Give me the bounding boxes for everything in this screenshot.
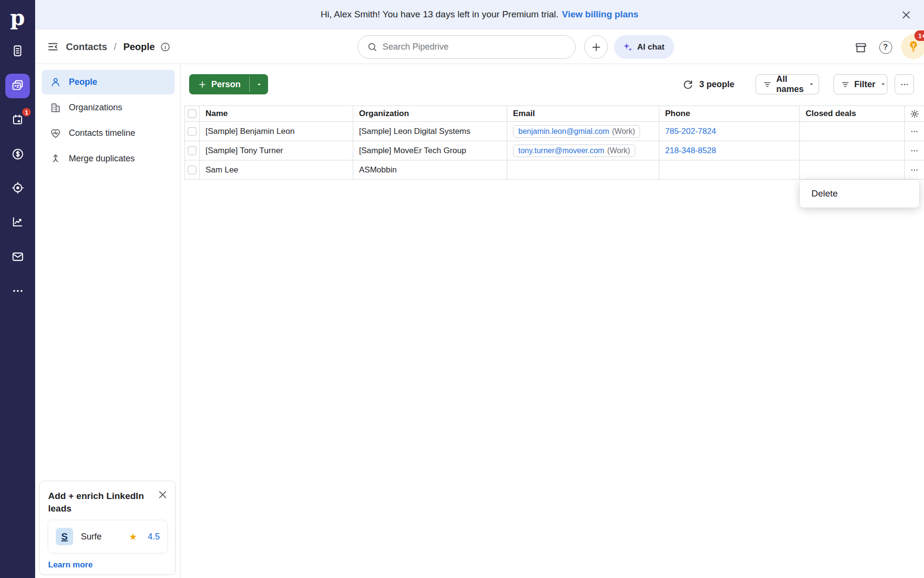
pipedrive-logo: p <box>0 4 35 31</box>
documents-icon <box>11 44 24 57</box>
contacts-icon <box>11 79 25 93</box>
view-selector-button[interactable]: All names <box>756 74 819 94</box>
merge-icon <box>50 153 62 165</box>
nav-item-label: Contacts timeline <box>69 128 135 138</box>
add-person-dropdown[interactable] <box>250 74 268 94</box>
view-billing-plans-link[interactable]: View billing plans <box>562 9 639 20</box>
email-cell-empty <box>507 160 659 179</box>
person-organization[interactable]: [Sample] Leon Digital Systems <box>353 122 507 141</box>
phone-cell-empty <box>659 160 799 179</box>
list-more-actions-button[interactable] <box>895 74 914 94</box>
organizations-icon <box>50 102 62 114</box>
promo-card: Add + enrich LinkedIn leads S Surfe ★ 4.… <box>39 481 176 575</box>
row-actions-ellipsis-icon[interactable] <box>910 146 919 155</box>
sidebar-item-contacts[interactable] <box>5 74 30 98</box>
trial-message: Hi, Alex Smith! You have 13 days left in… <box>321 9 558 20</box>
breadcrumb-section[interactable]: Contacts <box>66 41 107 53</box>
collapse-menu-icon[interactable] <box>47 40 59 53</box>
column-header-phone[interactable]: Phone <box>659 106 799 121</box>
people-list-view: Person 3 people All names Filter <box>180 64 924 578</box>
phone-link[interactable]: 785-202-7824 <box>665 127 716 136</box>
closed-deals-cell <box>799 141 904 160</box>
table-row[interactable]: [Sample] Benjamin Leon [Sample] Leon Dig… <box>185 122 924 141</box>
sidebar-item-more[interactable] <box>8 281 27 301</box>
sidebar-item-deals[interactable] <box>8 144 27 164</box>
plus-icon <box>198 80 207 89</box>
add-person-label: Person <box>211 79 241 90</box>
email-link[interactable]: benjamin.leon@gmial.com <box>518 127 609 136</box>
caret-down-icon <box>808 81 815 88</box>
person-organization[interactable]: [Sample] MoveEr Tech Group <box>353 141 507 160</box>
sidebar-item-organizations[interactable]: Organizations <box>42 95 175 120</box>
filter-lines-icon <box>763 80 772 89</box>
promo-app-row[interactable]: S Surfe ★ 4.5 <box>48 520 168 553</box>
breadcrumb-separator: / <box>114 41 117 53</box>
column-header-organization[interactable]: Organization <box>353 106 507 121</box>
person-icon <box>50 76 62 88</box>
add-person-button[interactable]: Person <box>189 74 268 94</box>
nav-item-label: Merge duplicates <box>69 154 135 164</box>
notification-badge: 1+ <box>914 30 924 41</box>
person-name[interactable]: [Sample] Tony Turner <box>199 141 353 160</box>
sidebar-item-documents[interactable] <box>8 41 27 61</box>
sidebar-item-people[interactable]: People <box>42 70 175 94</box>
learn-more-link[interactable]: Learn more <box>48 560 93 570</box>
info-icon[interactable] <box>160 41 171 53</box>
table-row[interactable]: [Sample] Tony Turner [Sample] MoveEr Tec… <box>185 141 924 160</box>
column-header-name[interactable]: Name <box>199 106 353 121</box>
ai-chat-button[interactable]: AI chat <box>614 35 674 59</box>
email-type-label: (Work) <box>612 127 635 136</box>
quick-add-button[interactable] <box>584 35 608 59</box>
filter-button[interactable]: Filter <box>834 74 887 94</box>
phone-link[interactable]: 218-348-8528 <box>665 146 716 156</box>
help-icon: ? <box>879 41 892 54</box>
deals-icon <box>11 147 25 161</box>
select-all-checkbox[interactable] <box>188 109 196 118</box>
promo-app-name: Surfe <box>81 532 121 542</box>
people-count: 3 people <box>699 79 734 90</box>
sidebar-item-contacts-timeline[interactable]: Contacts timeline <box>42 121 175 145</box>
help-button[interactable]: ? <box>877 39 894 55</box>
more-dots-icon <box>12 285 24 297</box>
close-icon <box>157 489 168 500</box>
list-summary: 3 people <box>682 74 734 94</box>
search-icon <box>367 41 378 53</box>
sidebar-item-leads[interactable] <box>8 178 27 197</box>
breadcrumb: Contacts / People <box>47 29 171 64</box>
storefront-icon <box>854 41 867 54</box>
column-header-closed-deals[interactable]: Closed deals <box>799 106 904 121</box>
email-type-label: (Work) <box>607 146 630 155</box>
marketplace-button[interactable] <box>852 39 869 55</box>
close-icon <box>901 10 911 20</box>
row-checkbox[interactable] <box>188 166 196 174</box>
caret-down-icon <box>880 81 886 88</box>
search-input[interactable] <box>383 42 567 52</box>
lightbulb-icon <box>906 39 921 54</box>
promo-close-button[interactable] <box>157 489 168 500</box>
banner-close-button[interactable] <box>900 9 912 21</box>
column-header-email[interactable]: Email <box>507 106 659 121</box>
sidebar-item-merge-duplicates[interactable]: Merge duplicates <box>42 146 175 171</box>
person-name[interactable]: Sam Lee <box>199 160 353 179</box>
surfe-logo: S <box>56 528 73 545</box>
email-chip[interactable]: benjamin.leon@gmial.com (Work) <box>513 125 640 138</box>
row-actions-ellipsis-icon[interactable] <box>910 166 919 174</box>
row-actions-ellipsis-icon[interactable] <box>910 127 919 136</box>
people-table: Name Organization Email Phone Closed dea… <box>184 105 924 180</box>
sidebar-item-mail[interactable] <box>8 247 27 266</box>
context-menu-item-delete[interactable]: Delete <box>800 183 919 205</box>
topbar: Contacts / People AI chat ? 1+ <box>35 29 924 64</box>
row-checkbox[interactable] <box>188 146 196 155</box>
person-organization[interactable]: ASMobbin <box>353 160 507 179</box>
person-name[interactable]: [Sample] Benjamin Leon <box>199 122 353 141</box>
column-settings-gear-icon[interactable] <box>910 109 920 119</box>
email-chip[interactable]: tony.turner@moveer.com (Work) <box>513 144 635 157</box>
refresh-icon[interactable] <box>682 79 693 90</box>
row-checkbox[interactable] <box>188 127 196 136</box>
mail-icon <box>11 250 25 263</box>
global-search[interactable] <box>358 35 576 59</box>
table-row[interactable]: Sam Lee ASMobbin <box>185 160 924 180</box>
sidebar-item-insights[interactable] <box>8 212 27 232</box>
add-person-main[interactable]: Person <box>189 74 249 94</box>
email-link[interactable]: tony.turner@moveer.com <box>518 146 604 155</box>
